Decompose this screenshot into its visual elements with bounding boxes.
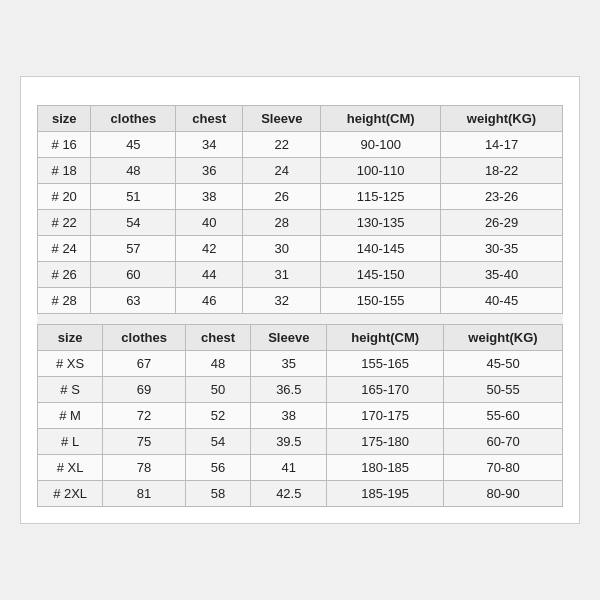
adults-header-row: sizeclotheschestSleeveheight(CM)weight(K…: [38, 325, 563, 351]
table-cell: 75: [103, 429, 186, 455]
adults-table-section: sizeclotheschestSleeveheight(CM)weight(K…: [37, 324, 563, 507]
table-cell: 55-60: [444, 403, 563, 429]
table-cell: 60: [91, 262, 176, 288]
table-cell: 14-17: [441, 132, 563, 158]
table-cell: 50: [185, 377, 250, 403]
table-cell: 34: [176, 132, 243, 158]
table-cell: # 2XL: [38, 481, 103, 507]
table-cell: # 28: [38, 288, 91, 314]
table-cell: 155-165: [327, 351, 444, 377]
table-row: # 18483624100-11018-22: [38, 158, 563, 184]
adults-size-table: sizeclotheschestSleeveheight(CM)weight(K…: [37, 324, 563, 507]
table-cell: 24: [243, 158, 321, 184]
table-cell: 40-45: [441, 288, 563, 314]
header-cell: clothes: [103, 325, 186, 351]
header-cell: clothes: [91, 106, 176, 132]
table-cell: 90-100: [321, 132, 441, 158]
table-cell: 150-155: [321, 288, 441, 314]
table-cell: 56: [185, 455, 250, 481]
table-cell: 70-80: [444, 455, 563, 481]
table-cell: 28: [243, 210, 321, 236]
table-cell: 52: [185, 403, 250, 429]
table-cell: 100-110: [321, 158, 441, 184]
table-cell: # 26: [38, 262, 91, 288]
table-cell: # 16: [38, 132, 91, 158]
table-cell: 165-170: [327, 377, 444, 403]
header-cell: weight(KG): [441, 106, 563, 132]
table-row: # S695036.5165-17050-55: [38, 377, 563, 403]
header-cell: chest: [176, 106, 243, 132]
table-row: # 24574230140-14530-35: [38, 236, 563, 262]
table-row: # L755439.5175-18060-70: [38, 429, 563, 455]
table-cell: 54: [185, 429, 250, 455]
table-row: # M725238170-17555-60: [38, 403, 563, 429]
header-cell: Sleeve: [243, 106, 321, 132]
table-cell: 130-135: [321, 210, 441, 236]
table-cell: # S: [38, 377, 103, 403]
table-cell: 69: [103, 377, 186, 403]
table-cell: # 18: [38, 158, 91, 184]
table-cell: 41: [251, 455, 327, 481]
table-row: # 28634632150-15540-45: [38, 288, 563, 314]
table-cell: # M: [38, 403, 103, 429]
header-cell: size: [38, 106, 91, 132]
table-cell: # XL: [38, 455, 103, 481]
table-cell: 42.5: [251, 481, 327, 507]
table-cell: 180-185: [327, 455, 444, 481]
table-cell: # 22: [38, 210, 91, 236]
size-chart-card: sizeclotheschestSleeveheight(CM)weight(K…: [20, 76, 580, 524]
table-cell: 48: [91, 158, 176, 184]
table-cell: 30-35: [441, 236, 563, 262]
table-cell: 58: [185, 481, 250, 507]
table-cell: 38: [251, 403, 327, 429]
table-cell: 44: [176, 262, 243, 288]
header-cell: Sleeve: [251, 325, 327, 351]
table-cell: # L: [38, 429, 103, 455]
table-cell: 42: [176, 236, 243, 262]
table-cell: 60-70: [444, 429, 563, 455]
table-cell: 35: [251, 351, 327, 377]
table-cell: 67: [103, 351, 186, 377]
table-cell: 54: [91, 210, 176, 236]
table-cell: 80-90: [444, 481, 563, 507]
header-cell: height(CM): [321, 106, 441, 132]
table-cell: 63: [91, 288, 176, 314]
table-cell: 145-150: [321, 262, 441, 288]
table-cell: 72: [103, 403, 186, 429]
table-cell: 35-40: [441, 262, 563, 288]
table-cell: 23-26: [441, 184, 563, 210]
table-cell: 115-125: [321, 184, 441, 210]
header-cell: size: [38, 325, 103, 351]
table-cell: 48: [185, 351, 250, 377]
table-row: # XS674835155-16545-50: [38, 351, 563, 377]
table-cell: 140-145: [321, 236, 441, 262]
table-cell: 26-29: [441, 210, 563, 236]
table-cell: 50-55: [444, 377, 563, 403]
table-cell: 32: [243, 288, 321, 314]
table-cell: 78: [103, 455, 186, 481]
table-cell: 36: [176, 158, 243, 184]
table-cell: # 24: [38, 236, 91, 262]
table-cell: 38: [176, 184, 243, 210]
table-cell: 57: [91, 236, 176, 262]
table-cell: 45: [91, 132, 176, 158]
kids-size-table: sizeclotheschestSleeveheight(CM)weight(K…: [37, 105, 563, 314]
table-cell: 185-195: [327, 481, 444, 507]
table-cell: 170-175: [327, 403, 444, 429]
table-cell: 26: [243, 184, 321, 210]
header-cell: chest: [185, 325, 250, 351]
table-cell: 36.5: [251, 377, 327, 403]
header-cell: height(CM): [327, 325, 444, 351]
table-cell: 51: [91, 184, 176, 210]
header-cell: weight(KG): [444, 325, 563, 351]
kids-table-section: sizeclotheschestSleeveheight(CM)weight(K…: [37, 105, 563, 314]
table-cell: 46: [176, 288, 243, 314]
table-row: # 20513826115-12523-26: [38, 184, 563, 210]
table-row: # 22544028130-13526-29: [38, 210, 563, 236]
table-row: # 26604431145-15035-40: [38, 262, 563, 288]
table-cell: 81: [103, 481, 186, 507]
table-cell: 18-22: [441, 158, 563, 184]
table-cell: 175-180: [327, 429, 444, 455]
table-cell: 39.5: [251, 429, 327, 455]
table-row: # 2XL815842.5185-19580-90: [38, 481, 563, 507]
